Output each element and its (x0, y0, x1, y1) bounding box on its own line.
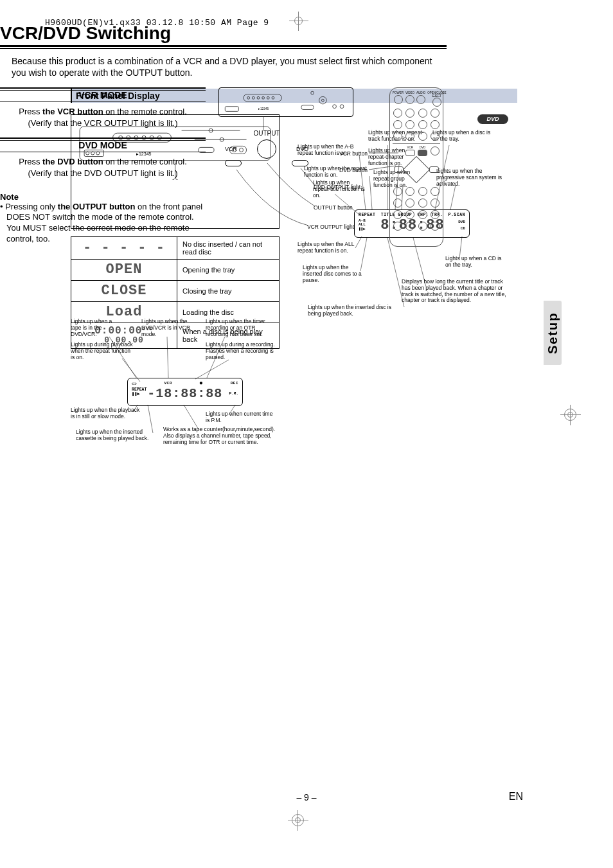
registration-mark-right (560, 405, 581, 425)
callout: Lights up when a tape is in the DVD/VCR. (71, 319, 122, 337)
seg-close: CLOSE (71, 281, 177, 302)
video-button-icon (405, 95, 414, 104)
mode-right-column: ▸12345 OUTPUT VCR DVD (218, 87, 443, 254)
output-panel: OUTPUT VCR DVD (225, 130, 308, 166)
svg-point-62 (340, 105, 344, 109)
language-code: EN (509, 791, 523, 802)
svg-line-32 (450, 185, 456, 209)
callout: Displays how long the current title or t… (402, 279, 508, 304)
svg-point-59 (319, 97, 326, 104)
dvd-mode-header: DVD MODE (0, 137, 206, 152)
eject-button-icon (432, 98, 441, 107)
callout: Lights up when the progressive scan syst… (436, 168, 504, 187)
svg-point-57 (311, 92, 314, 95)
remote-dpad-icon (403, 156, 430, 183)
desc-close: Closing the tray (177, 281, 280, 302)
callout: Lights up when the inserted disc comes t… (303, 265, 367, 283)
svg-line-24 (103, 179, 175, 180)
remote-vcr-button-icon (405, 150, 415, 156)
seg-dashes: - - - - - (71, 237, 177, 260)
device-front-small-svg: ▸12345 (219, 88, 353, 116)
print-header: H9600UD(EN)v1.qx33 03.12.8 10:50 AM Page… (45, 18, 269, 28)
callout: Lights up when the inserted cassette is … (76, 429, 159, 442)
label-dvd-button: DVD button (339, 167, 368, 173)
svg-rect-58 (301, 105, 314, 110)
svg-point-54 (272, 97, 274, 100)
remote-nav-right-icon (429, 166, 439, 173)
svg-point-60 (321, 100, 324, 102)
svg-rect-56 (225, 107, 238, 112)
dvd-output-light-icon (292, 160, 308, 166)
callout: Lights up when the inserted disc is bein… (308, 305, 404, 317)
callout: Lights up when the timer recording or an… (206, 319, 276, 337)
side-tab-setup: Setup (544, 301, 562, 365)
vcr-output-light-icon (225, 160, 242, 166)
svg-point-61 (333, 105, 337, 109)
callout: Lights up when the playback is in still … (71, 407, 141, 420)
audio-button-icon (416, 95, 425, 104)
callout: Lights up during a recording. Flashes wh… (206, 342, 280, 360)
callout: Lights up when current time is P.M. (206, 411, 273, 424)
label-vcr-button: VCR button (339, 150, 368, 157)
dvd-badge-icon: DVD (477, 114, 508, 124)
label-dvd-output-light: DVD OUTPUT light (314, 184, 360, 190)
callout: Lights up when the DVD/VCR is in VCR mod… (141, 319, 199, 337)
svg-rect-48 (244, 94, 281, 102)
seg-open: OPEN (71, 260, 177, 281)
desc-open: Opening the tray (177, 260, 280, 281)
crop-mark-top (289, 12, 308, 31)
heading-underline (0, 47, 447, 49)
svg-point-50 (252, 97, 254, 100)
label-output-button: OUTPUT button (314, 204, 353, 211)
label-vcr-output-light: VCR OUTPUT light (307, 224, 354, 230)
callout: Lights up during playback when the repea… (71, 342, 135, 360)
remote-control: POWER VIDEO AUDIO OPEN/CLOSE EJECT VCR D… (389, 87, 443, 247)
dvd-label: DVD (296, 146, 308, 152)
remote-dvd-button-icon (418, 150, 427, 156)
vcr-mode-header: VCR MODE (0, 87, 206, 102)
output-label: OUTPUT (225, 130, 308, 137)
svg-point-49 (247, 97, 250, 100)
vcr-label: VCR (225, 146, 237, 152)
callout: Works as a tape counter(hour,minute,seco… (163, 427, 282, 445)
lcd-vcr-panel: ⊂⊃ VCR ⏺ REC REPEAT ❚❚▶ -18:88:88 P.M. (127, 378, 243, 406)
svg-point-53 (267, 97, 269, 100)
svg-point-52 (262, 97, 265, 100)
switching-intro: Because this product is a combination of… (12, 55, 442, 78)
device-front-small: ▸12345 (218, 87, 353, 117)
svg-text:▸12345: ▸12345 (258, 108, 269, 111)
svg-point-51 (257, 97, 260, 100)
output-button-icon (257, 139, 276, 159)
table-row: CLOSE Closing the tray (71, 281, 280, 302)
table-row: OPEN Opening the tray (71, 260, 280, 281)
callout: Lights up when a CD is on the tray. (445, 256, 506, 269)
power-button-icon (394, 95, 403, 104)
registration-mark-bottom (288, 810, 308, 831)
